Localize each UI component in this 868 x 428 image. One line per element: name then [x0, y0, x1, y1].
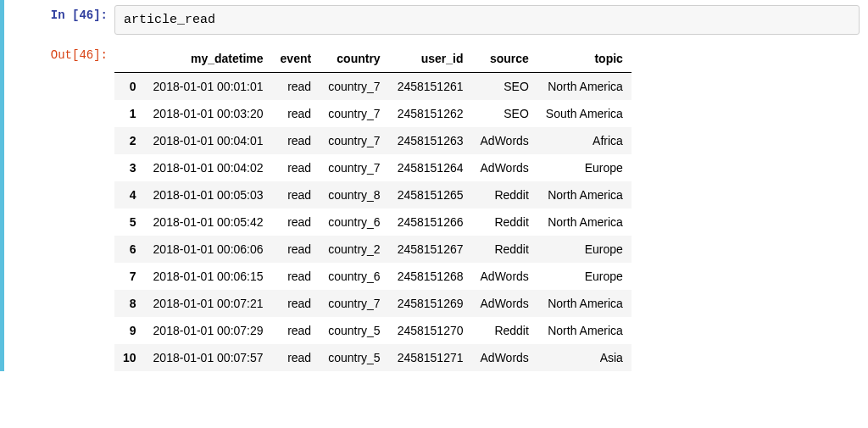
cell-country: country_7 [320, 127, 388, 154]
cell-topic: North America [537, 73, 632, 101]
table-row: 82018-01-01 00:07:21readcountry_72458151… [114, 290, 632, 317]
cell-source: SEO [472, 100, 537, 127]
cell-user_id: 2458151266 [389, 208, 472, 236]
cell-topic: Asia [537, 344, 632, 371]
table-row: 02018-01-01 00:01:01readcountry_72458151… [114, 73, 632, 101]
col-header: country [320, 45, 388, 73]
col-header: my_datetime [145, 45, 272, 73]
output-area: my_datetime event country user_id source… [114, 40, 868, 371]
cell-user_id: 2458151264 [389, 154, 472, 181]
row-index: 0 [114, 73, 145, 101]
cell-source: SEO [472, 73, 537, 101]
cell-event: read [272, 236, 320, 263]
cell-source: AdWords [472, 290, 537, 317]
output-row: Out[46]: my_datetime event country user_… [4, 40, 868, 371]
table-row: 102018-01-01 00:07:57readcountry_5245815… [114, 344, 632, 371]
cell-user_id: 2458151262 [389, 100, 472, 127]
col-header: event [272, 45, 320, 73]
cell-topic: North America [537, 181, 632, 208]
col-header: topic [537, 45, 632, 73]
cell-topic: Europe [537, 263, 632, 290]
cell-source: Reddit [472, 208, 537, 236]
cell-country: country_8 [320, 181, 388, 208]
output-prompt: Out[46]: [4, 40, 114, 62]
cell-event: read [272, 208, 320, 236]
col-header: user_id [389, 45, 472, 73]
row-index: 9 [114, 317, 145, 344]
cell-topic: Africa [537, 127, 632, 154]
cell-source: AdWords [472, 263, 537, 290]
table-row: 72018-01-01 00:06:15readcountry_62458151… [114, 263, 632, 290]
cell-topic: South America [537, 100, 632, 127]
cell-source: Reddit [472, 317, 537, 344]
row-index: 2 [114, 127, 145, 154]
cell-user_id: 2458151267 [389, 236, 472, 263]
cell-topic: North America [537, 208, 632, 236]
cell-user_id: 2458151265 [389, 181, 472, 208]
cell-my_datetime: 2018-01-01 00:05:42 [145, 208, 272, 236]
cell-event: read [272, 73, 320, 101]
col-header: source [472, 45, 537, 73]
table-header: my_datetime event country user_id source… [114, 45, 632, 73]
cell-event: read [272, 344, 320, 371]
cell-topic: Europe [537, 236, 632, 263]
cell-event: read [272, 127, 320, 154]
cell-my_datetime: 2018-01-01 00:04:01 [145, 127, 272, 154]
cell-my_datetime: 2018-01-01 00:07:21 [145, 290, 272, 317]
table-row: 42018-01-01 00:05:03readcountry_82458151… [114, 181, 632, 208]
dataframe-table: my_datetime event country user_id source… [114, 45, 632, 371]
cell-source: AdWords [472, 344, 537, 371]
cell-country: country_5 [320, 344, 388, 371]
row-index: 7 [114, 263, 145, 290]
cell-event: read [272, 100, 320, 127]
cell-topic: North America [537, 290, 632, 317]
cell-event: read [272, 317, 320, 344]
row-index: 6 [114, 236, 145, 263]
cell-country: country_6 [320, 208, 388, 236]
notebook-cell: In [46]: article_read Out[46]: my_dateti… [0, 0, 868, 371]
index-header [114, 45, 145, 73]
cell-user_id: 2458151271 [389, 344, 472, 371]
code-cell[interactable]: article_read [114, 5, 860, 35]
cell-event: read [272, 290, 320, 317]
cell-user_id: 2458151270 [389, 317, 472, 344]
cell-topic: Europe [537, 154, 632, 181]
input-prompt: In [46]: [4, 0, 114, 22]
cell-topic: North America [537, 317, 632, 344]
row-index: 8 [114, 290, 145, 317]
cell-user_id: 2458151263 [389, 127, 472, 154]
cell-country: country_7 [320, 100, 388, 127]
cell-my_datetime: 2018-01-01 00:07:57 [145, 344, 272, 371]
cell-country: country_7 [320, 154, 388, 181]
cell-event: read [272, 154, 320, 181]
input-row: In [46]: article_read [4, 0, 868, 40]
table-row: 62018-01-01 00:06:06readcountry_22458151… [114, 236, 632, 263]
row-index: 5 [114, 208, 145, 236]
cell-my_datetime: 2018-01-01 00:06:15 [145, 263, 272, 290]
table-row: 92018-01-01 00:07:29readcountry_52458151… [114, 317, 632, 344]
cell-my_datetime: 2018-01-01 00:05:03 [145, 181, 272, 208]
cell-source: Reddit [472, 236, 537, 263]
cell-my_datetime: 2018-01-01 00:07:29 [145, 317, 272, 344]
cell-user_id: 2458151269 [389, 290, 472, 317]
cell-source: AdWords [472, 127, 537, 154]
cell-my_datetime: 2018-01-01 00:04:02 [145, 154, 272, 181]
cell-my_datetime: 2018-01-01 00:01:01 [145, 73, 272, 101]
input-area: article_read [114, 5, 860, 35]
cell-country: country_2 [320, 236, 388, 263]
row-index: 4 [114, 181, 145, 208]
row-index: 3 [114, 154, 145, 181]
cell-country: country_5 [320, 317, 388, 344]
cell-source: Reddit [472, 181, 537, 208]
cell-source: AdWords [472, 154, 537, 181]
cell-country: country_6 [320, 263, 388, 290]
table-body: 02018-01-01 00:01:01readcountry_72458151… [114, 73, 632, 372]
table-row: 22018-01-01 00:04:01readcountry_72458151… [114, 127, 632, 154]
table-row: 52018-01-01 00:05:42readcountry_62458151… [114, 208, 632, 236]
cell-event: read [272, 263, 320, 290]
cell-country: country_7 [320, 290, 388, 317]
table-row: 32018-01-01 00:04:02readcountry_72458151… [114, 154, 632, 181]
cell-user_id: 2458151261 [389, 73, 472, 101]
cell-my_datetime: 2018-01-01 00:06:06 [145, 236, 272, 263]
row-index: 1 [114, 100, 145, 127]
